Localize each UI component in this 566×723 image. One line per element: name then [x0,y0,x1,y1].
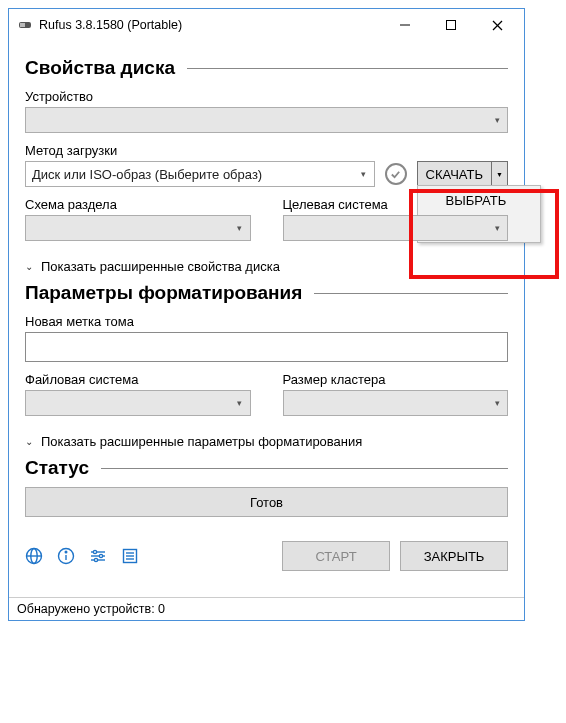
svg-point-11 [65,551,67,553]
svg-point-17 [94,558,97,561]
split-button-main[interactable]: СКАЧАТЬ [418,162,491,186]
app-icon [17,17,33,33]
menu-item-select[interactable]: ВЫБРАТЬ [418,186,540,214]
app-window: Rufus 3.8.1580 (Portable) Свойства диска… [8,8,525,621]
svg-point-15 [93,550,96,553]
advanced-drive-toggle[interactable]: ⌄ Показать расширенные свойства диска [25,259,508,274]
boot-selection-combo[interactable]: Диск или ISO-образ (Выберите образ) ▾ [25,161,375,187]
device-combo[interactable]: ▾ [25,107,508,133]
verify-icon[interactable] [385,163,407,185]
advanced-format-toggle[interactable]: ⌄ Показать расширенные параметры формати… [25,434,508,449]
maximize-button[interactable] [428,9,474,41]
devices-found-text: Обнаружено устройств: 0 [17,602,165,616]
chevron-down-icon: ▾ [487,223,507,233]
window-title: Rufus 3.8.1580 (Portable) [39,18,382,32]
start-button[interactable]: СТАРТ [282,541,390,571]
file-system-combo[interactable]: ▾ [25,390,251,416]
chevron-down-icon: ▾ [487,115,507,125]
device-label: Устройство [25,89,508,104]
chevron-down-icon: ▾ [354,169,374,179]
log-icon[interactable] [121,547,139,565]
svg-rect-1 [20,23,25,27]
advanced-drive-label: Показать расширенные свойства диска [41,259,280,274]
svg-rect-3 [447,21,456,30]
chevron-down-icon: ▾ [487,398,507,408]
status-title: Статус [25,457,89,479]
footer-icons [25,547,139,565]
status-text: Готов [250,495,283,510]
titlebar: Rufus 3.8.1580 (Portable) [9,9,524,41]
boot-selection-label: Метод загрузки [25,143,508,158]
advanced-format-label: Показать расширенные параметры форматиро… [41,434,362,449]
status-header: Статус [25,457,508,479]
boot-selection-value: Диск или ISO-образ (Выберите образ) [26,167,354,182]
volume-label-input[interactable] [25,332,508,362]
bottom-status-bar: Обнаружено устройств: 0 [9,597,524,620]
partition-scheme-label: Схема раздела [25,197,251,212]
format-options-header: Параметры форматирования [25,282,508,304]
close-app-button[interactable]: ЗАКРЫТЬ [400,541,508,571]
close-button[interactable] [474,9,520,41]
split-button-dropdown[interactable]: ▼ [491,162,507,186]
select-download-split: СКАЧАТЬ ▼ ВЫБРАТЬ СКАЧАТЬ [417,161,508,187]
svg-point-16 [99,554,102,557]
drive-properties-header: Свойства диска [25,57,508,79]
cluster-size-label: Размер кластера [283,372,509,387]
info-icon[interactable] [57,547,75,565]
minimize-button[interactable] [382,9,428,41]
chevron-down-icon: ▾ [230,223,250,233]
divider [187,68,508,69]
content-area: Свойства диска Устройство ▾ Метод загруз… [9,41,524,597]
target-system-combo[interactable]: ▾ [283,215,509,241]
volume-label-label: Новая метка тома [25,314,508,329]
cluster-size-combo[interactable]: ▾ [283,390,509,416]
chevron-down-icon: ⌄ [25,436,33,447]
divider [101,468,508,469]
chevron-down-icon: ⌄ [25,261,33,272]
format-options-title: Параметры форматирования [25,282,302,304]
footer-row: СТАРТ ЗАКРЫТЬ [25,541,508,571]
status-bar: Готов [25,487,508,517]
window-controls [382,9,520,41]
language-icon[interactable] [25,547,43,565]
divider [314,293,508,294]
settings-icon[interactable] [89,547,107,565]
chevron-down-icon: ▾ [230,398,250,408]
drive-properties-title: Свойства диска [25,57,175,79]
partition-scheme-combo[interactable]: ▾ [25,215,251,241]
file-system-label: Файловая система [25,372,251,387]
